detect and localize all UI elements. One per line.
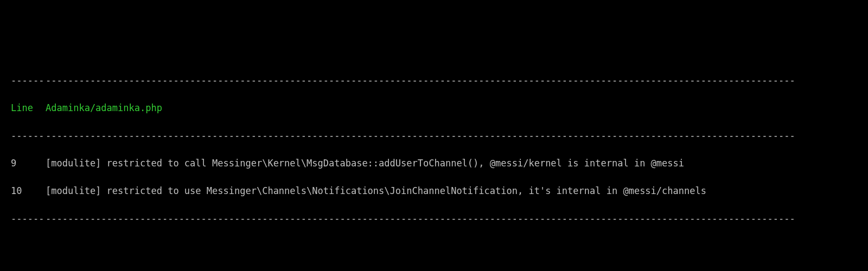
separator-short: ------ [0,129,46,143]
error-message: [modulite] restricted to call Messinger\… [46,157,684,171]
blank-line [0,253,868,267]
separator-row: ----------------------------------------… [0,74,868,88]
separator-long: ----------------------------------------… [46,129,795,143]
separator-short: ------ [0,74,46,88]
separator-short: ------ [0,212,46,226]
line-number: 10 [0,184,46,198]
file-header-row: LineAdaminka/adaminka.php [0,101,868,115]
separator-row: ----------------------------------------… [0,129,868,143]
file-path: Adaminka/adaminka.php [46,101,162,115]
separator-long: ----------------------------------------… [46,212,795,226]
error-row: 9[modulite] restricted to call Messinger… [0,157,868,171]
error-message: [modulite] restricted to use Messinger\C… [46,184,706,198]
line-header-label: Line [0,101,46,115]
error-row: 10[modulite] restricted to use Messinger… [0,184,868,198]
separator-row: ----------------------------------------… [0,212,868,226]
separator-long: ----------------------------------------… [46,74,795,88]
line-number: 9 [0,157,46,171]
